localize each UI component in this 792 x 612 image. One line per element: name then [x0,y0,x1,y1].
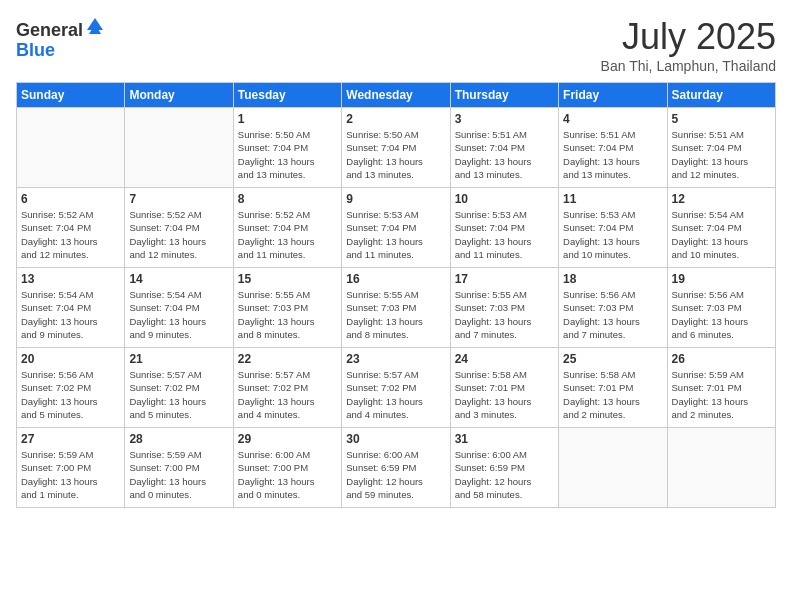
calendar-cell: 18Sunrise: 5:56 AM Sunset: 7:03 PM Dayli… [559,268,667,348]
calendar-cell: 24Sunrise: 5:58 AM Sunset: 7:01 PM Dayli… [450,348,558,428]
day-info: Sunrise: 5:55 AM Sunset: 7:03 PM Dayligh… [455,288,554,341]
day-info: Sunrise: 5:50 AM Sunset: 7:04 PM Dayligh… [238,128,337,181]
day-info: Sunrise: 5:58 AM Sunset: 7:01 PM Dayligh… [563,368,662,421]
day-number: 5 [672,112,771,126]
calendar-cell: 9Sunrise: 5:53 AM Sunset: 7:04 PM Daylig… [342,188,450,268]
calendar-week-3: 20Sunrise: 5:56 AM Sunset: 7:02 PM Dayli… [17,348,776,428]
day-number: 28 [129,432,228,446]
day-number: 16 [346,272,445,286]
weekday-header-monday: Monday [125,83,233,108]
day-number: 29 [238,432,337,446]
calendar-cell: 6Sunrise: 5:52 AM Sunset: 7:04 PM Daylig… [17,188,125,268]
day-number: 21 [129,352,228,366]
calendar-cell: 2Sunrise: 5:50 AM Sunset: 7:04 PM Daylig… [342,108,450,188]
day-info: Sunrise: 5:52 AM Sunset: 7:04 PM Dayligh… [21,208,120,261]
page-header: General Blue July 2025 Ban Thi, Lamphun,… [16,16,776,74]
day-info: Sunrise: 5:51 AM Sunset: 7:04 PM Dayligh… [455,128,554,181]
day-number: 2 [346,112,445,126]
logo: General Blue [16,16,105,61]
day-number: 19 [672,272,771,286]
day-number: 30 [346,432,445,446]
day-info: Sunrise: 5:58 AM Sunset: 7:01 PM Dayligh… [455,368,554,421]
day-number: 31 [455,432,554,446]
day-info: Sunrise: 5:54 AM Sunset: 7:04 PM Dayligh… [21,288,120,341]
day-number: 10 [455,192,554,206]
day-number: 11 [563,192,662,206]
weekday-header-sunday: Sunday [17,83,125,108]
day-info: Sunrise: 5:54 AM Sunset: 7:04 PM Dayligh… [672,208,771,261]
title-block: July 2025 Ban Thi, Lamphun, Thailand [601,16,776,74]
day-info: Sunrise: 5:57 AM Sunset: 7:02 PM Dayligh… [346,368,445,421]
calendar-cell [17,108,125,188]
day-info: Sunrise: 5:57 AM Sunset: 7:02 PM Dayligh… [238,368,337,421]
calendar-cell: 21Sunrise: 5:57 AM Sunset: 7:02 PM Dayli… [125,348,233,428]
calendar-week-4: 27Sunrise: 5:59 AM Sunset: 7:00 PM Dayli… [17,428,776,508]
calendar-cell: 20Sunrise: 5:56 AM Sunset: 7:02 PM Dayli… [17,348,125,428]
calendar-cell: 26Sunrise: 5:59 AM Sunset: 7:01 PM Dayli… [667,348,775,428]
calendar-cell: 11Sunrise: 5:53 AM Sunset: 7:04 PM Dayli… [559,188,667,268]
weekday-header-friday: Friday [559,83,667,108]
calendar-week-1: 6Sunrise: 5:52 AM Sunset: 7:04 PM Daylig… [17,188,776,268]
calendar-cell: 22Sunrise: 5:57 AM Sunset: 7:02 PM Dayli… [233,348,341,428]
day-info: Sunrise: 5:59 AM Sunset: 7:00 PM Dayligh… [21,448,120,501]
calendar-cell: 17Sunrise: 5:55 AM Sunset: 7:03 PM Dayli… [450,268,558,348]
day-info: Sunrise: 5:56 AM Sunset: 7:02 PM Dayligh… [21,368,120,421]
calendar-cell: 4Sunrise: 5:51 AM Sunset: 7:04 PM Daylig… [559,108,667,188]
day-number: 25 [563,352,662,366]
calendar-week-0: 1Sunrise: 5:50 AM Sunset: 7:04 PM Daylig… [17,108,776,188]
day-number: 17 [455,272,554,286]
day-info: Sunrise: 5:55 AM Sunset: 7:03 PM Dayligh… [238,288,337,341]
logo-blue: Blue [16,40,55,60]
weekday-header-thursday: Thursday [450,83,558,108]
day-number: 7 [129,192,228,206]
day-info: Sunrise: 5:51 AM Sunset: 7:04 PM Dayligh… [672,128,771,181]
day-info: Sunrise: 5:56 AM Sunset: 7:03 PM Dayligh… [563,288,662,341]
calendar-cell: 5Sunrise: 5:51 AM Sunset: 7:04 PM Daylig… [667,108,775,188]
day-info: Sunrise: 5:54 AM Sunset: 7:04 PM Dayligh… [129,288,228,341]
calendar-cell [559,428,667,508]
day-info: Sunrise: 6:00 AM Sunset: 7:00 PM Dayligh… [238,448,337,501]
calendar-cell: 14Sunrise: 5:54 AM Sunset: 7:04 PM Dayli… [125,268,233,348]
day-number: 27 [21,432,120,446]
weekday-header-wednesday: Wednesday [342,83,450,108]
day-number: 22 [238,352,337,366]
day-number: 1 [238,112,337,126]
logo-icon [85,16,105,36]
day-info: Sunrise: 5:53 AM Sunset: 7:04 PM Dayligh… [563,208,662,261]
calendar-week-2: 13Sunrise: 5:54 AM Sunset: 7:04 PM Dayli… [17,268,776,348]
calendar-cell: 3Sunrise: 5:51 AM Sunset: 7:04 PM Daylig… [450,108,558,188]
month-title: July 2025 [601,16,776,58]
day-info: Sunrise: 5:59 AM Sunset: 7:01 PM Dayligh… [672,368,771,421]
calendar-cell: 12Sunrise: 5:54 AM Sunset: 7:04 PM Dayli… [667,188,775,268]
calendar-cell [125,108,233,188]
day-number: 15 [238,272,337,286]
calendar-cell: 15Sunrise: 5:55 AM Sunset: 7:03 PM Dayli… [233,268,341,348]
day-number: 13 [21,272,120,286]
day-info: Sunrise: 5:53 AM Sunset: 7:04 PM Dayligh… [346,208,445,261]
day-info: Sunrise: 5:55 AM Sunset: 7:03 PM Dayligh… [346,288,445,341]
day-number: 26 [672,352,771,366]
day-number: 12 [672,192,771,206]
location-subtitle: Ban Thi, Lamphun, Thailand [601,58,776,74]
day-number: 6 [21,192,120,206]
day-number: 20 [21,352,120,366]
calendar-cell: 29Sunrise: 6:00 AM Sunset: 7:00 PM Dayli… [233,428,341,508]
day-info: Sunrise: 5:51 AM Sunset: 7:04 PM Dayligh… [563,128,662,181]
day-info: Sunrise: 5:50 AM Sunset: 7:04 PM Dayligh… [346,128,445,181]
calendar-cell: 13Sunrise: 5:54 AM Sunset: 7:04 PM Dayli… [17,268,125,348]
day-info: Sunrise: 6:00 AM Sunset: 6:59 PM Dayligh… [346,448,445,501]
day-number: 4 [563,112,662,126]
calendar-cell [667,428,775,508]
day-number: 18 [563,272,662,286]
day-info: Sunrise: 6:00 AM Sunset: 6:59 PM Dayligh… [455,448,554,501]
calendar-cell: 31Sunrise: 6:00 AM Sunset: 6:59 PM Dayli… [450,428,558,508]
calendar-cell: 16Sunrise: 5:55 AM Sunset: 7:03 PM Dayli… [342,268,450,348]
calendar-cell: 7Sunrise: 5:52 AM Sunset: 7:04 PM Daylig… [125,188,233,268]
day-number: 3 [455,112,554,126]
calendar-cell: 30Sunrise: 6:00 AM Sunset: 6:59 PM Dayli… [342,428,450,508]
calendar-cell: 27Sunrise: 5:59 AM Sunset: 7:00 PM Dayli… [17,428,125,508]
day-number: 14 [129,272,228,286]
day-number: 23 [346,352,445,366]
day-info: Sunrise: 5:59 AM Sunset: 7:00 PM Dayligh… [129,448,228,501]
calendar-table: SundayMondayTuesdayWednesdayThursdayFrid… [16,82,776,508]
